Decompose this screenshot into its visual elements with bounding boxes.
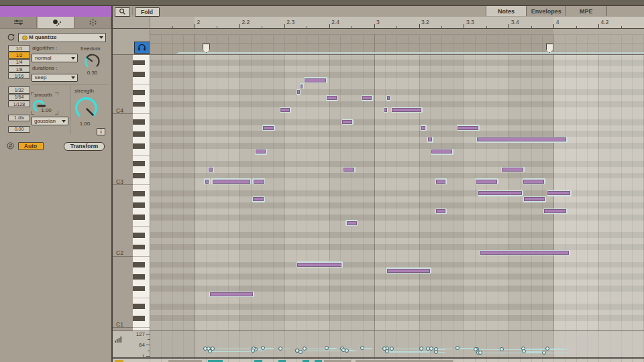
auto-loop-icon[interactable] bbox=[7, 142, 14, 149]
device-title-bar[interactable] bbox=[0, 6, 111, 17]
midi-note-C4[interactable] bbox=[280, 108, 290, 112]
midi-note-F1[interactable] bbox=[210, 292, 253, 296]
midi-note-A#1[interactable] bbox=[297, 263, 341, 267]
preview-button[interactable] bbox=[134, 42, 150, 54]
smooth-shape-dropdown[interactable]: gaussian bbox=[32, 117, 68, 125]
velocity-marker[interactable] bbox=[542, 351, 546, 355]
algorithm-dropdown[interactable]: normal bbox=[32, 54, 78, 62]
midi-note-G2[interactable] bbox=[544, 209, 566, 213]
midi-note-A1[interactable] bbox=[387, 269, 430, 273]
tab-mpe[interactable]: MPE bbox=[566, 6, 607, 16]
durations-dropdown[interactable]: keep bbox=[32, 74, 78, 82]
black-key[interactable] bbox=[133, 173, 145, 178]
midi-note-C3[interactable] bbox=[254, 180, 264, 184]
midi-note-A2[interactable] bbox=[253, 197, 264, 201]
search-button[interactable] bbox=[115, 7, 130, 17]
velocity-lane[interactable] bbox=[150, 331, 644, 357]
grid-resolution-1-8[interactable]: 1/8 bbox=[8, 66, 30, 72]
midi-note-C3[interactable] bbox=[523, 180, 544, 184]
midi-note-C3[interactable] bbox=[205, 180, 209, 184]
midi-note-F2[interactable] bbox=[347, 221, 357, 225]
grid-resolution-1-4[interactable]: 1/4 bbox=[8, 59, 30, 66]
black-key[interactable] bbox=[133, 304, 145, 309]
tab-generate-tool[interactable] bbox=[74, 17, 111, 28]
midi-note-D3[interactable] bbox=[209, 168, 213, 172]
midi-note-A2[interactable] bbox=[524, 197, 545, 201]
velocity-marker[interactable] bbox=[429, 347, 433, 351]
grid-resolution-1-16[interactable]: 1/16 bbox=[8, 72, 30, 79]
midi-note-A3[interactable] bbox=[263, 126, 274, 130]
midi-note-A#2[interactable] bbox=[547, 191, 570, 195]
clip-overview-strip[interactable] bbox=[113, 359, 644, 362]
grid-resolution-1-2[interactable]: 1/2 bbox=[8, 52, 30, 58]
midi-note-A#2[interactable] bbox=[478, 191, 522, 195]
velocity-marker[interactable] bbox=[345, 349, 349, 353]
midi-note-F4[interactable] bbox=[305, 78, 326, 82]
transform-button[interactable]: Transform bbox=[64, 142, 105, 151]
black-key[interactable] bbox=[133, 161, 145, 166]
velocity-marker[interactable] bbox=[278, 347, 282, 351]
velocity-marker[interactable] bbox=[478, 351, 482, 355]
black-key[interactable] bbox=[133, 72, 145, 77]
midi-note-D3[interactable] bbox=[343, 168, 354, 172]
midi-note-C3[interactable] bbox=[436, 180, 445, 184]
fold-button[interactable]: Fold bbox=[135, 7, 160, 17]
midi-note-D#4[interactable] bbox=[297, 90, 300, 94]
midi-note-A3[interactable] bbox=[458, 126, 478, 130]
black-key[interactable] bbox=[133, 90, 145, 95]
midi-note-C4[interactable] bbox=[392, 108, 421, 112]
velocity-marker[interactable] bbox=[390, 347, 394, 351]
black-key[interactable] bbox=[133, 119, 145, 125]
midi-note-A#3[interactable] bbox=[342, 120, 352, 124]
black-key[interactable] bbox=[133, 215, 145, 220]
grid-resolution-0.00[interactable]: 0.00 bbox=[8, 126, 30, 133]
device-selector-dropdown[interactable]: M quantize bbox=[18, 33, 106, 43]
tab-transform-tool[interactable] bbox=[38, 17, 74, 28]
midi-note-C4[interactable] bbox=[384, 108, 387, 112]
auto-button[interactable]: Auto bbox=[18, 142, 44, 150]
beat-time-ruler[interactable]: 22.22.32.433.23.33.444.2 bbox=[113, 17, 644, 28]
black-key[interactable] bbox=[133, 274, 145, 280]
strength-knob[interactable] bbox=[74, 96, 99, 121]
black-key[interactable] bbox=[133, 233, 145, 238]
midi-note-G2[interactable] bbox=[436, 209, 445, 213]
black-key[interactable] bbox=[133, 191, 145, 196]
tab-notes[interactable]: Notes bbox=[486, 6, 527, 16]
grid-resolution-1-32[interactable]: 1/32 bbox=[8, 86, 30, 93]
midi-note-D4[interactable] bbox=[362, 96, 372, 100]
midi-note-D3[interactable] bbox=[502, 168, 523, 172]
velocity-marker[interactable] bbox=[455, 346, 460, 350]
velocity-marker[interactable] bbox=[203, 347, 207, 351]
midi-note-F3[interactable] bbox=[431, 149, 452, 154]
black-key[interactable] bbox=[133, 286, 145, 292]
black-key[interactable] bbox=[133, 102, 145, 107]
grid-resolution-1-128[interactable]: 1/128 bbox=[8, 101, 30, 107]
info-button[interactable]: i bbox=[97, 128, 105, 136]
midi-note-C3[interactable] bbox=[476, 180, 497, 184]
black-key[interactable] bbox=[133, 316, 145, 321]
grid-resolution-1-1[interactable]: 1/1 bbox=[8, 45, 30, 52]
black-key[interactable] bbox=[133, 143, 145, 149]
midi-note-C2[interactable] bbox=[480, 251, 569, 255]
midi-note-A3[interactable] bbox=[421, 126, 425, 130]
midi-note-C3[interactable] bbox=[213, 180, 250, 184]
note-grid[interactable] bbox=[150, 55, 644, 330]
velocity-marker[interactable] bbox=[303, 347, 307, 351]
hot-swap-icon[interactable] bbox=[7, 33, 15, 42]
velocity-marker[interactable] bbox=[385, 349, 389, 353]
grid-resolution-1-div[interactable]: 1 div bbox=[8, 115, 30, 121]
black-key[interactable] bbox=[133, 262, 145, 267]
midi-note-G3[interactable] bbox=[477, 137, 566, 141]
velocity-marker[interactable] bbox=[434, 350, 438, 354]
velocity-marker[interactable] bbox=[325, 346, 329, 350]
midi-note-E4[interactable] bbox=[301, 84, 303, 88]
velocity-marker[interactable] bbox=[295, 349, 299, 353]
black-key[interactable] bbox=[133, 245, 145, 250]
midi-note-G3[interactable] bbox=[428, 137, 432, 141]
velocity-marker[interactable] bbox=[208, 349, 212, 353]
velocity-marker[interactable] bbox=[251, 349, 255, 353]
midi-note-D4[interactable] bbox=[327, 96, 337, 100]
velocity-marker[interactable] bbox=[360, 346, 364, 350]
black-key[interactable] bbox=[133, 202, 145, 208]
midi-note-D4[interactable] bbox=[387, 96, 390, 100]
